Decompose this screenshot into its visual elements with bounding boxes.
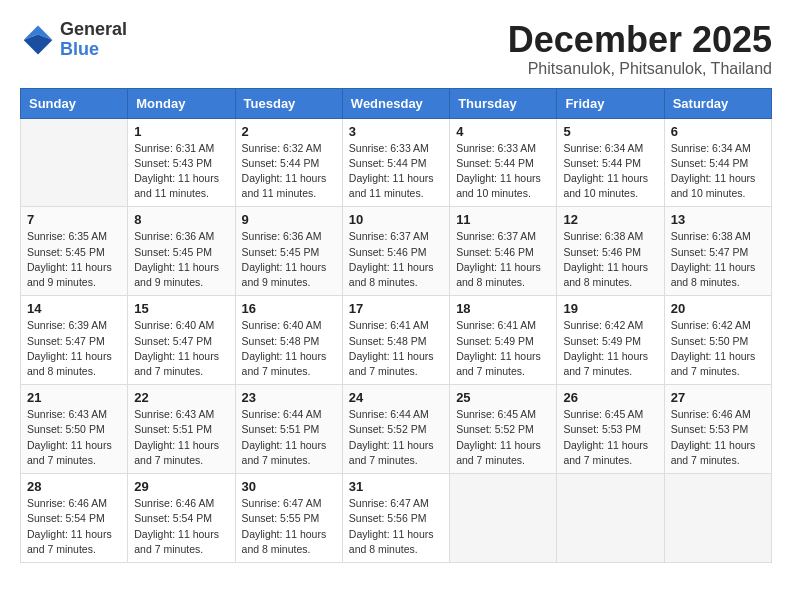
calendar-week-1: 7Sunrise: 6:35 AM Sunset: 5:45 PM Daylig… [21, 207, 772, 296]
calendar-cell: 23Sunrise: 6:44 AM Sunset: 5:51 PM Dayli… [235, 385, 342, 474]
day-info: Sunrise: 6:42 AM Sunset: 5:49 PM Dayligh… [563, 318, 657, 379]
calendar-cell: 21Sunrise: 6:43 AM Sunset: 5:50 PM Dayli… [21, 385, 128, 474]
weekday-header-tuesday: Tuesday [235, 88, 342, 118]
day-info: Sunrise: 6:41 AM Sunset: 5:49 PM Dayligh… [456, 318, 550, 379]
day-info: Sunrise: 6:43 AM Sunset: 5:50 PM Dayligh… [27, 407, 121, 468]
day-number: 23 [242, 390, 336, 405]
day-number: 27 [671, 390, 765, 405]
weekday-header-friday: Friday [557, 88, 664, 118]
day-info: Sunrise: 6:36 AM Sunset: 5:45 PM Dayligh… [134, 229, 228, 290]
day-number: 21 [27, 390, 121, 405]
logo-blue-text: Blue [60, 40, 127, 60]
day-number: 5 [563, 124, 657, 139]
day-number: 24 [349, 390, 443, 405]
day-info: Sunrise: 6:44 AM Sunset: 5:51 PM Dayligh… [242, 407, 336, 468]
day-info: Sunrise: 6:38 AM Sunset: 5:47 PM Dayligh… [671, 229, 765, 290]
calendar-cell: 30Sunrise: 6:47 AM Sunset: 5:55 PM Dayli… [235, 474, 342, 563]
day-info: Sunrise: 6:40 AM Sunset: 5:47 PM Dayligh… [134, 318, 228, 379]
calendar-week-3: 21Sunrise: 6:43 AM Sunset: 5:50 PM Dayli… [21, 385, 772, 474]
day-number: 13 [671, 212, 765, 227]
calendar-cell: 11Sunrise: 6:37 AM Sunset: 5:46 PM Dayli… [450, 207, 557, 296]
calendar-table: SundayMondayTuesdayWednesdayThursdayFrid… [20, 88, 772, 563]
weekday-header-thursday: Thursday [450, 88, 557, 118]
weekday-header-monday: Monday [128, 88, 235, 118]
calendar-cell: 17Sunrise: 6:41 AM Sunset: 5:48 PM Dayli… [342, 296, 449, 385]
day-number: 6 [671, 124, 765, 139]
calendar-week-4: 28Sunrise: 6:46 AM Sunset: 5:54 PM Dayli… [21, 474, 772, 563]
calendar-cell: 18Sunrise: 6:41 AM Sunset: 5:49 PM Dayli… [450, 296, 557, 385]
calendar-cell: 7Sunrise: 6:35 AM Sunset: 5:45 PM Daylig… [21, 207, 128, 296]
day-number: 28 [27, 479, 121, 494]
calendar-cell: 6Sunrise: 6:34 AM Sunset: 5:44 PM Daylig… [664, 118, 771, 207]
calendar-header: SundayMondayTuesdayWednesdayThursdayFrid… [21, 88, 772, 118]
weekday-header-sunday: Sunday [21, 88, 128, 118]
day-info: Sunrise: 6:35 AM Sunset: 5:45 PM Dayligh… [27, 229, 121, 290]
day-info: Sunrise: 6:36 AM Sunset: 5:45 PM Dayligh… [242, 229, 336, 290]
weekday-header-saturday: Saturday [664, 88, 771, 118]
day-info: Sunrise: 6:34 AM Sunset: 5:44 PM Dayligh… [671, 141, 765, 202]
calendar-cell: 12Sunrise: 6:38 AM Sunset: 5:46 PM Dayli… [557, 207, 664, 296]
calendar-cell: 28Sunrise: 6:46 AM Sunset: 5:54 PM Dayli… [21, 474, 128, 563]
day-number: 10 [349, 212, 443, 227]
calendar-cell: 20Sunrise: 6:42 AM Sunset: 5:50 PM Dayli… [664, 296, 771, 385]
day-number: 14 [27, 301, 121, 316]
day-info: Sunrise: 6:40 AM Sunset: 5:48 PM Dayligh… [242, 318, 336, 379]
title-block: December 2025 Phitsanulok, Phitsanulok, … [508, 20, 772, 78]
day-info: Sunrise: 6:39 AM Sunset: 5:47 PM Dayligh… [27, 318, 121, 379]
day-number: 2 [242, 124, 336, 139]
day-number: 25 [456, 390, 550, 405]
day-info: Sunrise: 6:32 AM Sunset: 5:44 PM Dayligh… [242, 141, 336, 202]
day-number: 9 [242, 212, 336, 227]
day-info: Sunrise: 6:45 AM Sunset: 5:53 PM Dayligh… [563, 407, 657, 468]
day-number: 26 [563, 390, 657, 405]
page-header: General Blue December 2025 Phitsanulok, … [20, 20, 772, 78]
calendar-cell: 13Sunrise: 6:38 AM Sunset: 5:47 PM Dayli… [664, 207, 771, 296]
calendar-cell [664, 474, 771, 563]
day-info: Sunrise: 6:47 AM Sunset: 5:56 PM Dayligh… [349, 496, 443, 557]
logo-icon [20, 22, 56, 58]
calendar-cell: 15Sunrise: 6:40 AM Sunset: 5:47 PM Dayli… [128, 296, 235, 385]
calendar-week-2: 14Sunrise: 6:39 AM Sunset: 5:47 PM Dayli… [21, 296, 772, 385]
weekday-header-wednesday: Wednesday [342, 88, 449, 118]
day-number: 4 [456, 124, 550, 139]
day-number: 11 [456, 212, 550, 227]
calendar-cell: 25Sunrise: 6:45 AM Sunset: 5:52 PM Dayli… [450, 385, 557, 474]
day-info: Sunrise: 6:42 AM Sunset: 5:50 PM Dayligh… [671, 318, 765, 379]
day-number: 31 [349, 479, 443, 494]
day-number: 8 [134, 212, 228, 227]
day-number: 12 [563, 212, 657, 227]
day-info: Sunrise: 6:33 AM Sunset: 5:44 PM Dayligh… [349, 141, 443, 202]
day-info: Sunrise: 6:46 AM Sunset: 5:53 PM Dayligh… [671, 407, 765, 468]
calendar-cell: 22Sunrise: 6:43 AM Sunset: 5:51 PM Dayli… [128, 385, 235, 474]
calendar-cell [21, 118, 128, 207]
day-info: Sunrise: 6:46 AM Sunset: 5:54 PM Dayligh… [134, 496, 228, 557]
day-info: Sunrise: 6:43 AM Sunset: 5:51 PM Dayligh… [134, 407, 228, 468]
day-info: Sunrise: 6:41 AM Sunset: 5:48 PM Dayligh… [349, 318, 443, 379]
month-title: December 2025 [508, 20, 772, 60]
day-number: 3 [349, 124, 443, 139]
calendar-week-0: 1Sunrise: 6:31 AM Sunset: 5:43 PM Daylig… [21, 118, 772, 207]
day-info: Sunrise: 6:45 AM Sunset: 5:52 PM Dayligh… [456, 407, 550, 468]
day-info: Sunrise: 6:38 AM Sunset: 5:46 PM Dayligh… [563, 229, 657, 290]
day-info: Sunrise: 6:31 AM Sunset: 5:43 PM Dayligh… [134, 141, 228, 202]
day-info: Sunrise: 6:37 AM Sunset: 5:46 PM Dayligh… [456, 229, 550, 290]
calendar-cell: 5Sunrise: 6:34 AM Sunset: 5:44 PM Daylig… [557, 118, 664, 207]
calendar-cell [557, 474, 664, 563]
calendar-cell: 26Sunrise: 6:45 AM Sunset: 5:53 PM Dayli… [557, 385, 664, 474]
day-number: 18 [456, 301, 550, 316]
calendar-cell: 29Sunrise: 6:46 AM Sunset: 5:54 PM Dayli… [128, 474, 235, 563]
calendar-cell: 1Sunrise: 6:31 AM Sunset: 5:43 PM Daylig… [128, 118, 235, 207]
day-number: 1 [134, 124, 228, 139]
day-number: 30 [242, 479, 336, 494]
calendar-cell: 10Sunrise: 6:37 AM Sunset: 5:46 PM Dayli… [342, 207, 449, 296]
day-number: 19 [563, 301, 657, 316]
calendar-cell: 24Sunrise: 6:44 AM Sunset: 5:52 PM Dayli… [342, 385, 449, 474]
logo: General Blue [20, 20, 127, 60]
calendar-cell: 16Sunrise: 6:40 AM Sunset: 5:48 PM Dayli… [235, 296, 342, 385]
calendar-cell: 14Sunrise: 6:39 AM Sunset: 5:47 PM Dayli… [21, 296, 128, 385]
day-info: Sunrise: 6:37 AM Sunset: 5:46 PM Dayligh… [349, 229, 443, 290]
location-text: Phitsanulok, Phitsanulok, Thailand [508, 60, 772, 78]
calendar-cell: 27Sunrise: 6:46 AM Sunset: 5:53 PM Dayli… [664, 385, 771, 474]
day-info: Sunrise: 6:44 AM Sunset: 5:52 PM Dayligh… [349, 407, 443, 468]
day-number: 16 [242, 301, 336, 316]
